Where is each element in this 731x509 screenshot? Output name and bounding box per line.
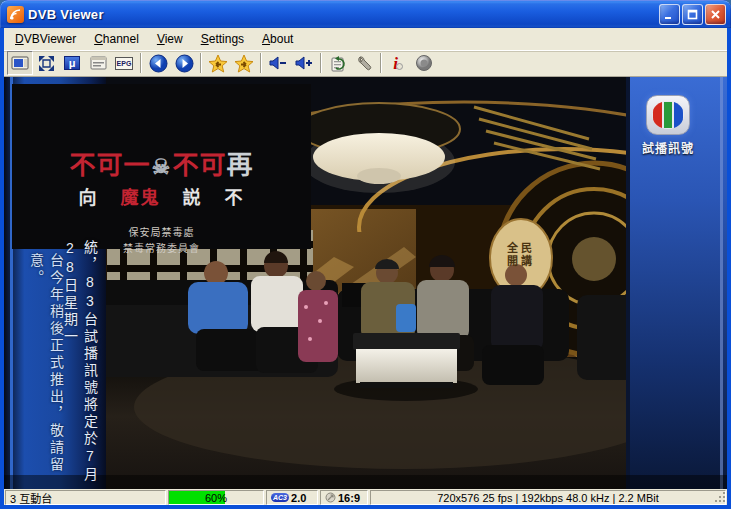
toolbar-separator <box>200 53 202 73</box>
resize-grip[interactable] <box>714 491 727 504</box>
video-display[interactable]: 不可一☠不可再 向魔鬼説不 保安局禁毒處 禁毒常務委員會 試播訊號 統，83台 <box>4 77 727 489</box>
set-emblem-text: 全民開講 <box>506 242 536 268</box>
tvb-stripe-red <box>653 102 662 128</box>
test-signal-caption: 試播訊號 <box>638 139 698 156</box>
tvb-stripe-green <box>664 102 673 128</box>
psa-subline: 向魔鬼説不 <box>79 183 245 209</box>
tvb-stripe-blue <box>674 102 683 128</box>
dvb-viewer-window: DVB Viewer DVBViewer Channel View Settin… <box>0 0 731 509</box>
minimize-button[interactable] <box>659 4 680 25</box>
toolbar-separator <box>260 53 262 73</box>
maximize-button[interactable] <box>682 4 703 25</box>
volume-up-button[interactable] <box>291 51 317 75</box>
title-bar[interactable]: DVB Viewer <box>0 0 731 28</box>
toolbar-separator <box>320 53 322 73</box>
audio-channels: 2.0 <box>291 492 306 504</box>
skull-icon: ☠ <box>152 155 172 178</box>
app-icon <box>7 6 24 23</box>
previous-channel-button[interactable] <box>145 51 171 75</box>
refresh-channel-list-button[interactable] <box>325 51 351 75</box>
info-button[interactable]: i <box>385 51 411 75</box>
aspect-ratio-icon <box>325 492 336 503</box>
psa-overlay: 不可一☠不可再 向魔鬼説不 保安局禁毒處 禁毒常務委員會 <box>12 84 311 249</box>
osd-icon: μ <box>64 56 80 70</box>
ticker-column-2: 台今年稍後正式推出，敬請留意。 <box>26 253 66 478</box>
toolbar-separator <box>380 53 382 73</box>
favorite-previous-button[interactable] <box>205 51 231 75</box>
toolbar: μ EPG <box>4 50 727 77</box>
status-progress: 60% <box>168 490 264 505</box>
menu-channel[interactable]: Channel <box>85 29 148 49</box>
menu-bar: DVBViewer Channel View Settings About <box>4 28 727 50</box>
ticker-column-1: 統，83台試播訊號將定於7月28日星期一 <box>60 240 100 489</box>
status-channel: 3 互動台 <box>5 490 166 505</box>
aspect-value: 16:9 <box>338 492 360 504</box>
progress-label: 60% <box>169 491 263 504</box>
menu-about[interactable]: About <box>253 29 302 49</box>
epg-icon: EPG <box>115 57 134 70</box>
volume-down-button[interactable] <box>265 51 291 75</box>
osd-button[interactable]: μ <box>59 51 85 75</box>
status-aspect: 16:9 <box>320 490 368 505</box>
menu-view[interactable]: View <box>148 29 192 49</box>
menu-settings[interactable]: Settings <box>192 29 253 49</box>
close-button[interactable] <box>705 4 726 25</box>
fullscreen-button[interactable] <box>33 51 59 75</box>
status-bar: 3 互動台 60% AC3 2.0 16:9 720x576 25 fps | … <box>4 489 727 505</box>
epg-button[interactable]: EPG <box>111 51 137 75</box>
options-wrench-button[interactable] <box>351 51 377 75</box>
psa-headline: 不可一☠不可再 <box>70 152 254 178</box>
status-stream-info: 720x576 25 fps | 192kbps 48.0 kHz | 2.2 … <box>370 490 726 505</box>
channel-badge: 試播訊號 <box>638 95 698 156</box>
display-mode-button[interactable] <box>7 51 33 75</box>
menu-dvbviewer[interactable]: DVBViewer <box>6 29 85 49</box>
record-button[interactable] <box>411 51 437 75</box>
teletext-button[interactable] <box>85 51 111 75</box>
toolbar-separator <box>140 53 142 73</box>
favorite-next-button[interactable] <box>231 51 257 75</box>
window-title: DVB Viewer <box>28 7 657 22</box>
status-audio: AC3 2.0 <box>266 490 318 505</box>
ac3-icon: AC3 <box>271 493 289 502</box>
next-channel-button[interactable] <box>171 51 197 75</box>
tvb-logo-icon <box>646 95 690 135</box>
psa-credits: 保安局禁毒處 禁毒常務委員會 <box>123 225 200 256</box>
